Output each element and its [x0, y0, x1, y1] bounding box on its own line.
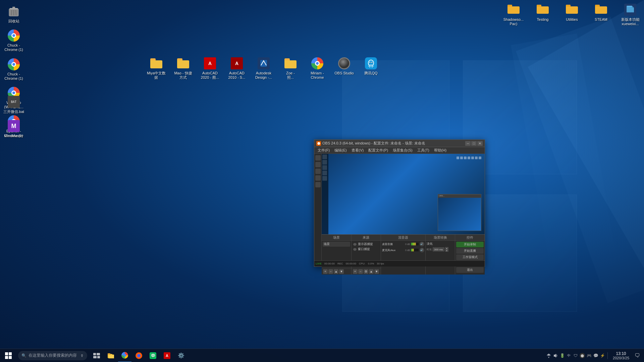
desktop-icon-mao[interactable]: Mao - 快捷方式 — [171, 55, 195, 81]
taskbar-taskview-btn[interactable] — [90, 349, 103, 362]
tray-volume-icon[interactable] — [553, 353, 558, 358]
desktop-icon-chuck-chrome2[interactable]: Chuck -Chrome (1) — [2, 56, 26, 82]
obs-scene-down-btn[interactable]: ▼ — [339, 269, 344, 274]
obs-start-stream-btn[interactable]: 开始直播 — [456, 248, 484, 254]
obs-nested-window: OBS... — [438, 194, 481, 231]
obs-timing-down[interactable]: ▼ — [445, 249, 448, 252]
obs-controls-header-label: 控件 — [457, 235, 483, 240]
desktop-icon-utilities[interactable]: Utilities — [560, 2, 584, 23]
obs-sidebar-btn-2[interactable] — [315, 162, 321, 167]
obs-studio-mode-btn[interactable]: 工作室模式 — [456, 254, 484, 260]
taskbar-settings-btn[interactable]: ⚙️ — [174, 349, 188, 362]
desktop-icon-mindmaster[interactable]: M MindMaster — [2, 118, 26, 139]
obs-sidebar-btn-3[interactable] — [315, 169, 321, 174]
desktop-icon-chuck-chrome2-label: Chuck -Chrome (1) — [4, 72, 23, 81]
obs-timing-up[interactable]: ▲ — [445, 247, 448, 249]
obs-sidebar-btn-4[interactable] — [315, 175, 321, 181]
microphone-icon: 🎙 — [80, 354, 84, 358]
obs-source-eye-1[interactable] — [353, 243, 357, 246]
taskbar-chrome-btn[interactable] — [118, 349, 131, 362]
obs-mixer-vol-1[interactable]: 🔊 — [420, 242, 424, 246]
desktop-icon-qq[interactable]: 腾讯QQ — [359, 55, 383, 77]
desktop-icon-steam[interactable]: STEAM — [589, 2, 613, 23]
obs-scene-remove-btn[interactable]: − — [328, 269, 333, 274]
obs-exit-btn[interactable]: 退出 — [456, 267, 484, 273]
obs-mixer-vol-2[interactable]: 🔊 — [420, 248, 424, 252]
obs-menu-help[interactable]: 帮助(H) — [432, 147, 448, 153]
desktop-icon-shadowsocks[interactable]: Shadowso...Pac) — [501, 2, 526, 27]
desktop-icon-zoe[interactable]: Zoe -照... — [278, 55, 303, 81]
desktop-icon-chuck-chrome1[interactable]: Chuck -Chrome (1) — [2, 27, 26, 53]
search-icon: 🔍 — [21, 353, 26, 358]
desktop-icon-obs-studio[interactable]: OBS Studio — [332, 55, 356, 77]
desktop-icon-autocad2010[interactable]: A AutoCAD2010 - S... — [225, 55, 249, 81]
desktop-icon-recycle[interactable]: 回收站 — [2, 3, 26, 25]
obs-source-label-1[interactable]: 显示器捕捉 — [358, 242, 373, 246]
tray-obs-icon[interactable]: ⬤ — [580, 353, 585, 358]
taskbar-firefox-btn[interactable] — [132, 349, 146, 362]
obs-close-button[interactable]: ✕ — [477, 141, 483, 146]
obs-timing-label: 时长 — [427, 248, 432, 251]
taskbar-search[interactable]: 🔍 在这里输入你要搜索的内容 🎙 — [18, 351, 87, 360]
obs-source-add-btn[interactable]: + — [353, 269, 358, 274]
tray-battery-icon[interactable]: 🔋 — [559, 353, 565, 358]
obs-menubar: 文件(F) 编辑(E) 查看(V) 配置文件(P) 场景集合(S) 工具(T) … — [314, 147, 485, 154]
obs-menu-file[interactable]: 文件(F) — [316, 147, 332, 153]
obs-source-label-2[interactable]: 窗口捕捉 — [358, 247, 370, 251]
desktop-icon-steam-label: STEAM — [595, 17, 607, 22]
tray-antivirus-icon[interactable]: 🛡 — [573, 353, 578, 358]
obs-mixer-header: 混音器 — [381, 235, 425, 241]
obs-scene-add-btn[interactable]: + — [323, 269, 328, 274]
desktop: 回收站 Chuck -Chrome (1) Chuck -Chrome (1) … — [0, 0, 644, 362]
obs-menu-profile[interactable]: 配置文件(P) — [366, 147, 390, 153]
obs-menu-scene-collection[interactable]: 场景集合(S) — [391, 147, 415, 153]
taskbar-autocad-btn[interactable]: A — [160, 349, 174, 362]
obs-source-down-btn[interactable]: ▼ — [374, 269, 379, 274]
obs-menu-tools[interactable]: 工具(T) — [415, 147, 431, 153]
desktop-icon-new-version[interactable]: 新版本功能xueweixi... — [618, 2, 642, 27]
svg-rect-16 — [93, 353, 96, 355]
obs-transition-header-label: 场景转换 — [428, 235, 453, 240]
obs-window: ⬤ OBS 24.0.3 (64-bit, windows) - 配置文件: 未… — [314, 139, 485, 267]
obs-source-settings-btn[interactable]: ⚙ — [364, 269, 368, 274]
tray-network-icon[interactable] — [546, 353, 551, 358]
obs-scene-up-btn[interactable]: ▲ — [334, 269, 338, 274]
obs-menu-view[interactable]: 查看(V) — [350, 147, 366, 153]
svg-rect-22 — [108, 355, 114, 358]
obs-sidebar-btn-1[interactable] — [315, 155, 321, 161]
obs-menu-edit[interactable]: 编辑(E) — [332, 147, 349, 153]
desktop-icon-obs-label: OBS Studio — [334, 71, 354, 75]
desktop-icon-autocad2020[interactable]: A AutoCAD2020 - 图... — [198, 55, 222, 81]
taskbar-start-button[interactable] — [0, 349, 17, 362]
taskbar-wechat-btn[interactable]: 💬 — [146, 349, 160, 362]
tray-steam-icon[interactable]: 🎮 — [586, 353, 592, 358]
obs-mixer-track-1: 桌面音频 0 dB 🔊 — [382, 242, 424, 246]
start-icon — [5, 352, 12, 359]
desktop-icon-bat[interactable]: BAT 三开微信.bat — [2, 94, 26, 115]
taskbar-clock[interactable]: 13:10 2020/3/25 — [610, 351, 632, 360]
desktop-icon-miya[interactable]: Miya中文数据 — [144, 55, 168, 81]
desktop-icon-testing[interactable]: Testing — [531, 2, 555, 23]
obs-timing-input[interactable] — [433, 247, 444, 251]
obs-transition-panel: 场景转换 淡化 时长 ▲ ▼ — [426, 235, 455, 275]
tray-qq-icon[interactable]: 💬 — [593, 353, 598, 358]
tray-ime-icon[interactable]: 中 — [566, 353, 572, 358]
obs-sidebar-btn-5[interactable] — [315, 182, 321, 187]
obs-minimize-button[interactable]: ─ — [465, 141, 471, 146]
obs-source-remove-btn[interactable]: − — [358, 269, 363, 274]
obs-source-eye-2[interactable] — [353, 248, 357, 251]
obs-scene-item[interactable]: 场景 — [323, 242, 350, 247]
desktop-icon-adsk-label: AutodeskDesign -... — [255, 71, 272, 80]
taskbar-explorer-btn[interactable] — [104, 349, 117, 362]
taskbar-buttons: 💬 A ⚙️ — [90, 349, 188, 362]
taskbar-action-center[interactable]: 🗨 — [633, 353, 641, 359]
obs-source-up-btn[interactable]: ▲ — [369, 269, 374, 274]
svg-rect-15 — [632, 8, 634, 12]
obs-maximize-button[interactable]: □ — [471, 141, 477, 146]
obs-controls-content: 开始录制 开始直播 工作室模式 设置 退出 — [455, 241, 485, 275]
tray-extra-icon[interactable]: ⚡ — [600, 353, 605, 358]
obs-start-record-btn[interactable]: 开始录制 — [456, 242, 484, 247]
desktop-icon-adsk[interactable]: AutodeskDesign -... — [252, 55, 276, 81]
svg-rect-18 — [93, 356, 97, 358]
desktop-icon-miriam-chrome[interactable]: Miriam -Chrome — [305, 55, 329, 81]
